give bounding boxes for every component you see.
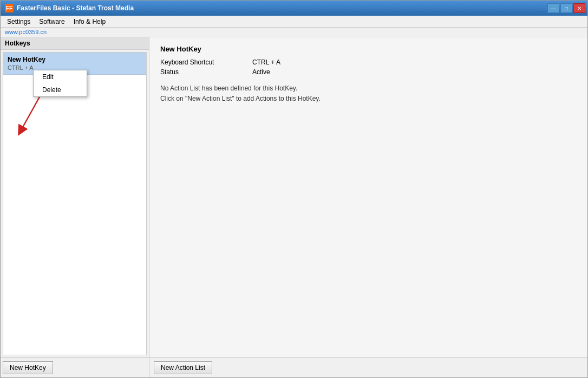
context-menu: Edit Delete xyxy=(33,70,87,97)
menu-bar: Settings Software Info & Help xyxy=(1,16,587,28)
left-panel: Hotkeys New HotKey CTRL + A Edit Delete xyxy=(1,37,149,377)
left-bottom: New HotKey xyxy=(1,357,149,377)
keyboard-shortcut-label: Keyboard Shortcut xyxy=(160,58,231,66)
keyboard-shortcut-value: CTRL + A xyxy=(252,58,280,66)
app-icon: FF xyxy=(5,4,14,12)
right-bottom: New Action List xyxy=(149,357,587,377)
window-controls: — □ ✕ xyxy=(547,3,585,13)
hotkeys-list[interactable]: New HotKey CTRL + A Edit Delete xyxy=(3,52,147,355)
menu-info-help[interactable]: Info & Help xyxy=(69,17,110,27)
detail-row-shortcut: Keyboard Shortcut CTRL + A xyxy=(160,58,577,66)
hotkey-item-name: New HotKey xyxy=(8,56,142,63)
context-menu-edit[interactable]: Edit xyxy=(34,70,87,83)
window-title: FasterFiles Basic - Stefan Trost Media xyxy=(17,4,134,12)
description-line1: No Action List has been defined for this… xyxy=(160,83,577,94)
panel-header: Hotkeys xyxy=(1,37,149,50)
context-menu-delete[interactable]: Delete xyxy=(34,83,87,96)
menu-settings[interactable]: Settings xyxy=(3,17,35,27)
detail-row-status: Status Active xyxy=(160,68,577,76)
new-hotkey-button[interactable]: New HotKey xyxy=(3,361,53,374)
watermark-text: www.pc0359.cn xyxy=(5,29,47,35)
right-content: New HotKey Keyboard Shortcut CTRL + A St… xyxy=(149,37,587,357)
menu-software[interactable]: Software xyxy=(35,17,69,27)
status-value: Active xyxy=(252,68,270,76)
detail-title: New HotKey xyxy=(160,45,577,53)
maximize-button[interactable]: □ xyxy=(560,3,572,13)
title-bar: FF FasterFiles Basic - Stefan Trost Medi… xyxy=(1,1,587,16)
watermark-bar: www.pc0359.cn xyxy=(1,28,587,37)
detail-table: Keyboard Shortcut CTRL + A Status Active xyxy=(160,58,577,76)
minimize-button[interactable]: — xyxy=(547,3,559,13)
detail-description: No Action List has been defined for this… xyxy=(160,83,577,104)
content-area: Hotkeys New HotKey CTRL + A Edit Delete xyxy=(1,37,587,377)
description-line2: Click on "New Action List" to add Action… xyxy=(160,94,577,104)
right-panel: New HotKey Keyboard Shortcut CTRL + A St… xyxy=(149,37,587,377)
close-button[interactable]: ✕ xyxy=(573,3,585,13)
main-window: FF FasterFiles Basic - Stefan Trost Medi… xyxy=(0,0,588,378)
title-bar-left: FF FasterFiles Basic - Stefan Trost Medi… xyxy=(5,4,134,12)
status-label: Status xyxy=(160,68,231,76)
new-action-list-button[interactable]: New Action List xyxy=(154,361,212,374)
